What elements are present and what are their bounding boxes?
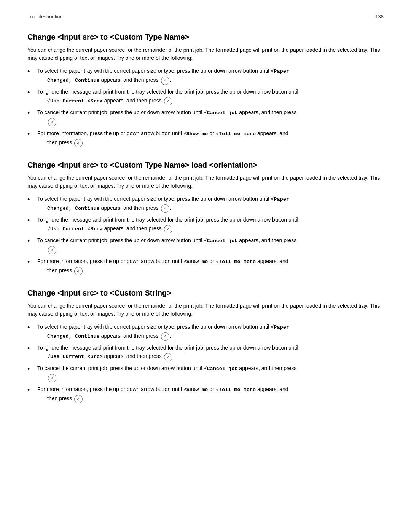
list-item-content: To ignore the message and print from the…	[37, 343, 384, 361]
list-item: • To ignore the message and print from t…	[27, 216, 384, 233]
bullet-icon: •	[27, 66, 34, 77]
list-item-content: For more information, press the up or do…	[37, 257, 384, 275]
indent-content: Changed, Continue appears, and then pres…	[37, 77, 171, 83]
list-item-content: For more information, press the up or do…	[37, 129, 384, 147]
list-item: • To cancel the current print job, press…	[27, 364, 384, 382]
mono-text: √Use Current <Src>	[47, 98, 103, 104]
check-button-icon: ✓	[48, 118, 56, 126]
list-item-content: To select the paper tray with the correc…	[37, 195, 384, 212]
list-item: • For more information, press the up or …	[27, 257, 384, 275]
header-page: 138	[375, 14, 384, 19]
indent-content: ✓.	[37, 374, 59, 380]
check-button-icon: ✓	[74, 267, 83, 275]
section-3-title: Change <input src> to <Custom String>	[27, 289, 384, 297]
mono-text: √Cancel job	[204, 110, 237, 116]
section-2-intro: You can change the current paper source …	[27, 174, 384, 190]
bullet-icon: •	[27, 129, 34, 140]
check-button-icon: ✓	[74, 139, 83, 147]
mono-text: √Paper	[271, 197, 289, 202]
check-button-icon: ✓	[164, 225, 172, 233]
list-item-content: To select the paper tray with the correc…	[37, 67, 384, 85]
indent-content: Changed, Continue appears, and then pres…	[37, 333, 171, 339]
mono-text: √Use Current <Src>	[47, 226, 103, 232]
check-button-icon: ✓	[161, 204, 169, 213]
mono-text: √Tell me more	[216, 259, 256, 265]
page-header: Troubleshooting 138	[27, 14, 384, 22]
bullet-icon: •	[27, 343, 34, 354]
list-item: • To select the paper tray with the corr…	[27, 323, 384, 340]
list-item: • For more information, press the up or …	[27, 385, 384, 403]
indent-content: then press ✓.	[37, 139, 85, 145]
list-item: • To ignore the message and print from t…	[27, 88, 384, 105]
section-3-intro: You can change the current paper source …	[27, 302, 384, 318]
mono-text: √Show me	[183, 259, 208, 265]
section-1-title: Change <input src> to <Custom Type Name>	[27, 33, 384, 42]
bullet-icon: •	[27, 385, 34, 396]
indent-content: ✓.	[37, 118, 59, 125]
list-item: • To select the paper tray with the corr…	[27, 195, 384, 212]
list-item-content: To cancel the current print job, press t…	[37, 108, 384, 126]
bullet-icon: •	[27, 194, 34, 205]
list-item-content: To ignore the message and print from the…	[37, 216, 384, 233]
mono-text: √Show me	[183, 387, 208, 393]
indent-content: then press ✓.	[37, 267, 85, 273]
mono-text: √Paper	[271, 324, 289, 330]
bullet-icon: •	[27, 236, 34, 247]
bullet-icon: •	[27, 87, 34, 98]
section-2-list: • To select the paper tray with the corr…	[27, 195, 384, 275]
list-item-content: To cancel the current print job, press t…	[37, 364, 384, 382]
check-button-icon: ✓	[48, 246, 56, 254]
check-button-icon: ✓	[161, 332, 169, 341]
section-2: Change <input src> to <Custom Type Name>…	[27, 161, 384, 275]
section-2-title: Change <input src> to <Custom Type Name>…	[27, 161, 384, 169]
mono-text: √Show me	[183, 131, 208, 137]
list-item-content: To ignore the message and print from the…	[37, 88, 384, 105]
list-item: • To cancel the current print job, press…	[27, 236, 384, 254]
section-3: Change <input src> to <Custom String> Yo…	[27, 289, 384, 403]
bullet-icon: •	[27, 108, 34, 119]
section-3-list: • To select the paper tray with the corr…	[27, 323, 384, 403]
indent-content: √Use Current <Src> appears, and then pre…	[37, 97, 175, 104]
check-button-icon: ✓	[48, 374, 56, 382]
mono-text: √Cancel job	[204, 366, 237, 372]
mono-text: Changed, Continue	[47, 206, 100, 211]
bullet-icon: •	[27, 215, 34, 226]
indent-content: √Use Current <Src> appears, and then pre…	[37, 225, 175, 232]
list-item-content: For more information, press the up or do…	[37, 385, 384, 403]
bullet-icon: •	[27, 364, 34, 375]
check-button-icon: ✓	[164, 97, 172, 105]
section-1-intro: You can change the current paper source …	[27, 46, 384, 62]
mono-text: √Paper	[271, 69, 289, 74]
mono-text: Changed, Continue	[47, 78, 100, 83]
mono-text: Changed, Continue	[47, 334, 100, 339]
mono-text: √Cancel job	[204, 238, 237, 244]
check-button-icon: ✓	[164, 353, 172, 361]
indent-content: Changed, Continue appears, and then pres…	[37, 205, 171, 211]
check-button-icon: ✓	[74, 395, 83, 403]
page: Troubleshooting 138 Change <input src> t…	[0, 0, 411, 532]
indent-content: ✓.	[37, 246, 59, 252]
list-item: • To select the paper tray with the corr…	[27, 67, 384, 85]
list-item: • For more information, press the up or …	[27, 129, 384, 147]
header-title: Troubleshooting	[27, 14, 63, 19]
list-item-content: To select the paper tray with the correc…	[37, 323, 384, 340]
mono-text: √Use Current <Src>	[47, 354, 103, 359]
section-1: Change <input src> to <Custom Type Name>…	[27, 33, 384, 147]
list-item-content: To cancel the current print job, press t…	[37, 236, 384, 254]
list-item: • To cancel the current print job, press…	[27, 108, 384, 126]
bullet-icon: •	[27, 322, 34, 333]
mono-text: √Tell me more	[216, 387, 256, 393]
list-item: • To ignore the message and print from t…	[27, 343, 384, 361]
section-1-list: • To select the paper tray with the corr…	[27, 67, 384, 147]
bullet-icon: •	[27, 257, 34, 268]
indent-content: then press ✓.	[37, 395, 85, 401]
indent-content: √Use Current <Src> appears, and then pre…	[37, 353, 175, 359]
mono-text: √Tell me more	[216, 131, 256, 137]
check-button-icon: ✓	[161, 77, 169, 85]
